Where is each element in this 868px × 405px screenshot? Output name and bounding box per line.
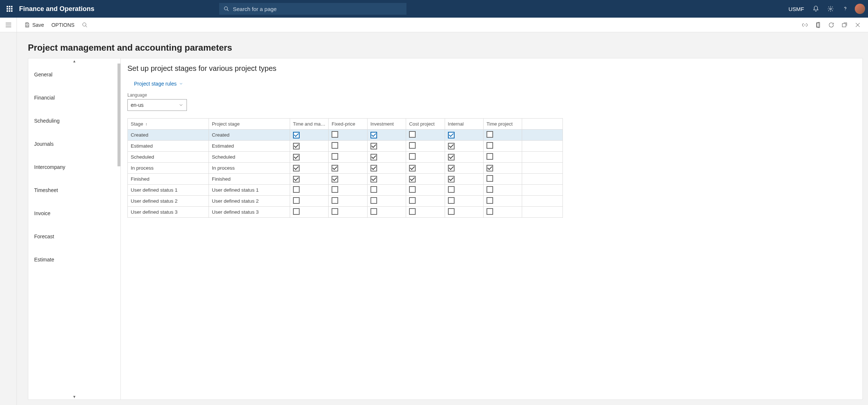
sidenav-item-general[interactable]: General bbox=[28, 63, 120, 86]
checkbox[interactable] bbox=[293, 132, 300, 138]
column-header[interactable]: Internal bbox=[445, 119, 483, 130]
cell-stage[interactable]: Finished bbox=[128, 174, 209, 185]
popout-button[interactable] bbox=[838, 18, 851, 32]
cell-stage[interactable]: Created bbox=[128, 130, 209, 141]
language-select[interactable]: en-us bbox=[127, 99, 187, 111]
checkbox[interactable] bbox=[409, 165, 416, 171]
global-search[interactable] bbox=[219, 3, 406, 15]
checkbox[interactable] bbox=[332, 208, 338, 215]
sidenav-item-invoice[interactable]: Invoice bbox=[28, 202, 120, 225]
checkbox[interactable] bbox=[448, 208, 455, 215]
nav-scroll-down[interactable]: ▼ bbox=[73, 395, 76, 399]
checkbox[interactable] bbox=[487, 186, 493, 193]
table-row[interactable]: User defined status 2User defined status… bbox=[128, 196, 563, 207]
checkbox[interactable] bbox=[487, 197, 493, 204]
settings-button[interactable] bbox=[823, 0, 838, 18]
app-launcher-button[interactable] bbox=[3, 6, 16, 12]
table-row[interactable]: User defined status 1User defined status… bbox=[128, 185, 563, 196]
checkbox[interactable] bbox=[448, 154, 455, 160]
checkbox[interactable] bbox=[487, 175, 493, 182]
checkbox[interactable] bbox=[409, 197, 416, 204]
cell-project-stage[interactable]: User defined status 3 bbox=[209, 207, 290, 218]
checkbox[interactable] bbox=[487, 165, 493, 171]
office-button[interactable] bbox=[811, 18, 825, 32]
checkbox[interactable] bbox=[370, 165, 377, 171]
checkbox[interactable] bbox=[448, 132, 455, 138]
cell-project-stage[interactable]: User defined status 2 bbox=[209, 196, 290, 207]
checkbox[interactable] bbox=[332, 142, 338, 149]
cell-project-stage[interactable]: User defined status 1 bbox=[209, 185, 290, 196]
checkbox[interactable] bbox=[448, 143, 455, 149]
search-input[interactable] bbox=[233, 6, 402, 12]
checkbox[interactable] bbox=[487, 153, 493, 160]
nav-scrollbar-thumb[interactable] bbox=[117, 64, 120, 166]
checkbox[interactable] bbox=[487, 142, 493, 149]
checkbox[interactable] bbox=[448, 165, 455, 171]
refresh-button[interactable] bbox=[825, 18, 838, 32]
sidenav-item-journals[interactable]: Journals bbox=[28, 132, 120, 155]
checkbox[interactable] bbox=[293, 197, 300, 204]
cell-stage[interactable]: User defined status 3 bbox=[128, 207, 209, 218]
sidenav-item-scheduling[interactable]: Scheduling bbox=[28, 109, 120, 132]
cell-stage[interactable]: In process bbox=[128, 163, 209, 174]
sidenav-item-estimate[interactable]: Estimate bbox=[28, 248, 120, 271]
cell-project-stage[interactable]: Estimated bbox=[209, 141, 290, 152]
user-avatar[interactable] bbox=[855, 4, 865, 14]
checkbox[interactable] bbox=[332, 153, 338, 160]
column-header[interactable]: Time and materi... bbox=[290, 119, 328, 130]
project-stage-rules-link[interactable]: Project stage rules bbox=[134, 81, 856, 87]
checkbox[interactable] bbox=[370, 176, 377, 182]
attachments-button[interactable] bbox=[798, 18, 811, 32]
nav-toggle-button[interactable] bbox=[0, 18, 17, 32]
checkbox[interactable] bbox=[409, 153, 416, 160]
save-button[interactable]: Save bbox=[21, 18, 48, 32]
checkbox[interactable] bbox=[487, 131, 493, 138]
help-button[interactable] bbox=[838, 0, 853, 18]
column-header[interactable]: Time project bbox=[484, 119, 522, 130]
table-row[interactable]: ScheduledScheduled bbox=[128, 152, 563, 163]
checkbox[interactable] bbox=[448, 197, 455, 204]
checkbox[interactable] bbox=[332, 197, 338, 204]
column-header[interactable]: Fixed-price bbox=[329, 119, 367, 130]
cell-project-stage[interactable]: In process bbox=[209, 163, 290, 174]
checkbox[interactable] bbox=[409, 142, 416, 149]
cell-stage[interactable]: Estimated bbox=[128, 141, 209, 152]
company-picker[interactable]: USMF bbox=[789, 6, 804, 12]
cell-project-stage[interactable]: Scheduled bbox=[209, 152, 290, 163]
table-row[interactable]: User defined status 3User defined status… bbox=[128, 207, 563, 218]
checkbox[interactable] bbox=[370, 132, 377, 138]
checkbox[interactable] bbox=[487, 208, 493, 215]
sidenav-item-forecast[interactable]: Forecast bbox=[28, 225, 120, 248]
table-row[interactable]: In processIn process bbox=[128, 163, 563, 174]
column-header[interactable]: Investment bbox=[367, 119, 406, 130]
table-row[interactable]: FinishedFinished bbox=[128, 174, 563, 185]
sidenav-item-intercompany[interactable]: Intercompany bbox=[28, 155, 120, 178]
checkbox[interactable] bbox=[332, 131, 338, 138]
checkbox[interactable] bbox=[370, 197, 377, 204]
checkbox[interactable] bbox=[409, 208, 416, 215]
sidenav-item-timesheet[interactable]: Timesheet bbox=[28, 178, 120, 202]
checkbox[interactable] bbox=[332, 165, 338, 171]
cell-stage[interactable]: User defined status 2 bbox=[128, 196, 209, 207]
actionbar-search-button[interactable] bbox=[78, 18, 91, 32]
checkbox[interactable] bbox=[409, 176, 416, 182]
cell-project-stage[interactable]: Finished bbox=[209, 174, 290, 185]
column-header[interactable]: Stage↑ bbox=[128, 119, 209, 130]
checkbox[interactable] bbox=[370, 208, 377, 215]
checkbox[interactable] bbox=[370, 186, 377, 193]
nav-scroll-up[interactable]: ▲ bbox=[73, 59, 76, 63]
options-button[interactable]: OPTIONS bbox=[48, 18, 78, 32]
column-header[interactable]: Cost project bbox=[406, 119, 445, 130]
checkbox[interactable] bbox=[293, 143, 300, 149]
checkbox[interactable] bbox=[293, 208, 300, 215]
checkbox[interactable] bbox=[448, 186, 455, 193]
column-header[interactable]: Project stage bbox=[209, 119, 290, 130]
table-row[interactable]: CreatedCreated bbox=[128, 130, 563, 141]
checkbox[interactable] bbox=[293, 154, 300, 160]
table-row[interactable]: EstimatedEstimated bbox=[128, 141, 563, 152]
cell-stage[interactable]: User defined status 1 bbox=[128, 185, 209, 196]
cell-project-stage[interactable]: Created bbox=[209, 130, 290, 141]
sidenav-item-financial[interactable]: Financial bbox=[28, 86, 120, 109]
close-button[interactable] bbox=[851, 18, 864, 32]
checkbox[interactable] bbox=[409, 131, 416, 138]
